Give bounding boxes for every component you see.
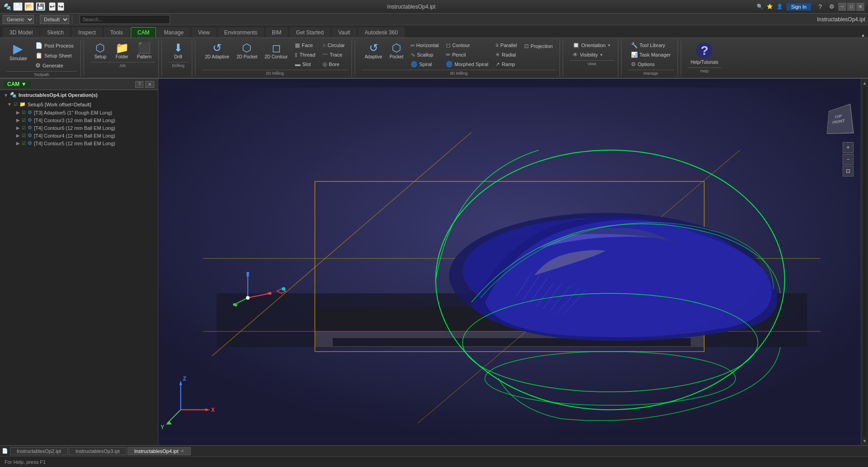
op4-checkbox: ☑ <box>22 133 26 138</box>
options-icon: ⚙ <box>631 61 636 67</box>
tree-op4[interactable]: ▶ ☑ ⚙ [T4] Contour4 (12 mm Ball EM Long) <box>0 132 158 139</box>
search-input[interactable] <box>80 15 170 24</box>
pocket-button[interactable]: ⬡ Pocket <box>386 41 407 61</box>
settings-button[interactable]: ⚙ <box>829 3 835 10</box>
tree-setup[interactable]: ▼ ☑ 📁 Setup5 [Work offset=Default] <box>0 100 158 109</box>
trace-button[interactable]: 〰 Trace <box>319 50 348 59</box>
visibility-dropdown[interactable]: ▼ <box>600 53 603 57</box>
new-button[interactable]: 📄 <box>13 2 23 11</box>
maximize-button[interactable]: □ <box>847 3 855 11</box>
options-button[interactable]: ⚙ Options <box>628 60 674 69</box>
help-button[interactable]: ? Help/Tutorials <box>688 41 721 67</box>
2dpocket-button[interactable]: ⬡ 2D Pocket <box>233 41 261 61</box>
2dcontour-button[interactable]: ◻ 2D Contour <box>261 41 291 61</box>
drill-button[interactable]: ⬇ Drill <box>168 41 188 61</box>
tab-3dmodel[interactable]: 3D Model <box>3 27 39 38</box>
help-label: Help/Tutorials <box>691 60 718 65</box>
doc-tab-op4-close[interactable]: ✕ <box>180 448 184 453</box>
parallel-button[interactable]: ≡ Parallel <box>492 41 520 50</box>
visibility-button[interactable]: 👁 Visibility ▼ <box>569 50 614 59</box>
spiral-button[interactable]: 🌀 Spiral <box>408 60 442 69</box>
ribbon-toggle[interactable]: ▲ <box>861 33 865 38</box>
morphedspiral-button[interactable]: 🌀 Morphed Spiral <box>443 60 492 69</box>
panel-help-button[interactable]: ? <box>135 81 143 88</box>
ribbon-group-3dmilling: ↺ Adaptive ⬡ Pocket ═ Horizontal ∿ Scall… <box>358 40 560 77</box>
tab-manage[interactable]: Manage <box>157 27 190 38</box>
face-button[interactable]: ▦ Face <box>292 41 318 50</box>
tab-inspect[interactable]: Inspect <box>71 27 103 38</box>
ramp-icon: ↗ <box>495 61 500 67</box>
thread-button[interactable]: ⫿ Thread <box>292 50 318 59</box>
3dmilling-small-group2: ◻ Contour ✏ Pencil 🌀 Morphed Spiral <box>443 41 492 69</box>
taskmanager-button[interactable]: 📊 Task Manager <box>628 50 674 59</box>
window-controls[interactable]: ─ □ ✕ <box>838 3 864 11</box>
op3-expand-icon: ▶ <box>16 125 20 130</box>
tab-view[interactable]: View <box>191 27 217 38</box>
folder-button[interactable]: 📁 Folder <box>112 41 132 61</box>
tab-autodesk360[interactable]: Autodesk 360 <box>358 27 404 38</box>
signin-button[interactable]: Sign In <box>787 3 811 10</box>
panel-close-button[interactable]: ✕ <box>145 81 154 88</box>
doc-tab-op2[interactable]: InstructablesOp2.ipt <box>10 447 68 455</box>
tree-op5[interactable]: ▶ ☑ ⚙ [T4] Contour5 (12 mm Ball EM Long) <box>0 139 158 147</box>
setup-button[interactable]: ⬡ Setup <box>90 41 110 61</box>
svg-text:X: X <box>211 407 215 413</box>
2dadaptive-button[interactable]: ↺ 2D Adaptive <box>202 41 232 61</box>
orientation-dropdown[interactable]: ▼ <box>607 43 611 48</box>
circular-button[interactable]: ○ Circular <box>319 41 348 50</box>
display-selector[interactable]: Default <box>40 15 69 24</box>
radial-button[interactable]: ✳ Radial <box>492 50 520 59</box>
ramp-button[interactable]: ↗ Ramp <box>492 60 520 69</box>
tree-op3[interactable]: ▶ ☑ ⚙ [T4] Contour6 (12 mm Ball EM Long) <box>0 124 158 132</box>
setupsheet-button[interactable]: 📋 Setup Sheet <box>32 51 77 60</box>
generate-button[interactable]: ⚙ Generate <box>32 61 77 70</box>
bore-button[interactable]: ◎ Bore <box>319 60 348 69</box>
doc-tab-op3[interactable]: InstructablesOp3.ipt <box>69 447 127 455</box>
pencil-button[interactable]: ✏ Pencil <box>443 50 492 59</box>
orientation-button[interactable]: 🔲 Orientation ▼ <box>569 41 614 50</box>
doc-tab-op4[interactable]: InstructablesOp4.ipt ✕ <box>128 447 191 455</box>
projection-button[interactable]: ⊡ Projection <box>521 42 556 51</box>
contour-button[interactable]: ◻ Contour <box>443 41 492 50</box>
postprocess-button[interactable]: 📄 Post Process <box>32 41 77 50</box>
fit-view-button[interactable]: ⊡ <box>843 166 854 176</box>
tree-op2[interactable]: ▶ ☑ ⚙ [T4] Contour3 (12 mm Ball EM Long) <box>0 116 158 124</box>
tree-root[interactable]: ▼ 🔩 InstructablesOp4.ipt Operation(s) <box>0 90 158 100</box>
bookmark-icon: ⭐ <box>767 4 773 10</box>
tab-getstarted[interactable]: Get Started <box>289 27 330 38</box>
horizontal-button[interactable]: ═ Horizontal <box>408 41 442 50</box>
statusbar: For Help, press F1 <box>0 456 868 467</box>
redo-button[interactable]: ↪ <box>57 2 64 11</box>
zoom-in-button[interactable]: + <box>843 142 854 153</box>
setup-checkbox-icon: ☑ <box>14 102 18 107</box>
undo-button[interactable]: ↩ <box>49 2 56 11</box>
tab-bim[interactable]: BIM <box>265 27 288 38</box>
scroll-track[interactable] <box>863 87 867 437</box>
zoom-out-button[interactable]: − <box>843 154 854 165</box>
open-button[interactable]: 📂 <box>24 2 34 11</box>
help-icon[interactable]: ? <box>818 3 822 10</box>
tree-op1[interactable]: ▶ ☑ ⚙ [T3] Adaptive5 (1" Rough EM Long) <box>0 109 158 116</box>
scroll-up-button[interactable]: ▲ <box>863 81 867 86</box>
slot-button[interactable]: ▬ Slot <box>292 60 318 69</box>
viewport[interactable]: Z X Y <box>158 79 861 445</box>
pattern-button[interactable]: ⬛ Pattern <box>134 41 155 61</box>
scroll-down-button[interactable]: ▼ <box>863 438 867 443</box>
tab-sketch[interactable]: Sketch <box>40 27 71 38</box>
orientation-icon: 🔲 <box>573 42 579 48</box>
tab-vault[interactable]: Vault <box>332 27 357 38</box>
tab-cam[interactable]: CAM <box>131 27 157 38</box>
close-button[interactable]: ✕ <box>856 3 864 11</box>
toollibrary-button[interactable]: 🔧 Tool Library <box>628 41 674 50</box>
scallop-button[interactable]: ∿ Scallop <box>408 50 442 59</box>
minimize-button[interactable]: ─ <box>838 3 846 11</box>
adaptive-button[interactable]: ↺ Adaptive <box>361 41 385 61</box>
workspace-selector[interactable]: Generic <box>3 15 34 24</box>
postprocess-label: Post Process <box>44 43 74 48</box>
simulate-button[interactable]: ▶ Simulate <box>6 41 30 63</box>
tab-environments[interactable]: Environments <box>218 27 264 38</box>
save-button[interactable]: 💾 <box>36 2 45 11</box>
root-label: InstructablesOp4.ipt Operation(s) <box>19 92 98 98</box>
tab-tools[interactable]: Tools <box>104 27 130 38</box>
3dmilling-small-group1: ═ Horizontal ∿ Scallop 🌀 Spiral <box>408 41 442 69</box>
